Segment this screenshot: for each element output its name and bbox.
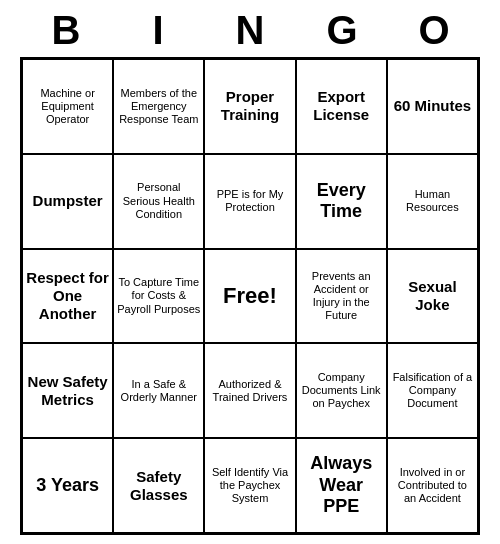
letter-i: I <box>114 8 202 53</box>
bingo-cell-12: Free! <box>204 249 295 344</box>
bingo-cell-3: Export License <box>296 59 387 154</box>
bingo-cell-2: Proper Training <box>204 59 295 154</box>
bingo-cell-24: Involved in or Contributed to an Acciden… <box>387 438 478 533</box>
bingo-cell-19: Falsification of a Company Document <box>387 343 478 438</box>
bingo-cell-1: Members of the Emergency Response Team <box>113 59 204 154</box>
bingo-cell-7: PPE is for My Protection <box>204 154 295 249</box>
bingo-cell-10: Respect for One Another <box>22 249 113 344</box>
bingo-cell-20: 3 Years <box>22 438 113 533</box>
bingo-cell-13: Prevents an Accident or Injury in the Fu… <box>296 249 387 344</box>
bingo-cell-6: Personal Serious Health Condition <box>113 154 204 249</box>
bingo-grid: Machine or Equipment OperatorMembers of … <box>20 57 480 535</box>
bingo-cell-15: New Safety Metrics <box>22 343 113 438</box>
bingo-title: B I N G O <box>20 0 480 57</box>
bingo-cell-22: Self Identify Via the Paychex System <box>204 438 295 533</box>
bingo-cell-9: Human Resources <box>387 154 478 249</box>
letter-g: G <box>298 8 386 53</box>
bingo-cell-0: Machine or Equipment Operator <box>22 59 113 154</box>
bingo-cell-14: Sexual Joke <box>387 249 478 344</box>
bingo-cell-11: To Capture Time for Costs & Payroll Purp… <box>113 249 204 344</box>
letter-o: O <box>390 8 478 53</box>
bingo-cell-23: Always Wear PPE <box>296 438 387 533</box>
letter-n: N <box>206 8 294 53</box>
bingo-cell-16: In a Safe & Orderly Manner <box>113 343 204 438</box>
bingo-cell-5: Dumpster <box>22 154 113 249</box>
bingo-cell-21: Safety Glasses <box>113 438 204 533</box>
bingo-cell-18: Company Documents Link on Paychex <box>296 343 387 438</box>
bingo-cell-8: Every Time <box>296 154 387 249</box>
bingo-cell-17: Authorized & Trained Drivers <box>204 343 295 438</box>
letter-b: B <box>22 8 110 53</box>
bingo-cell-4: 60 Minutes <box>387 59 478 154</box>
